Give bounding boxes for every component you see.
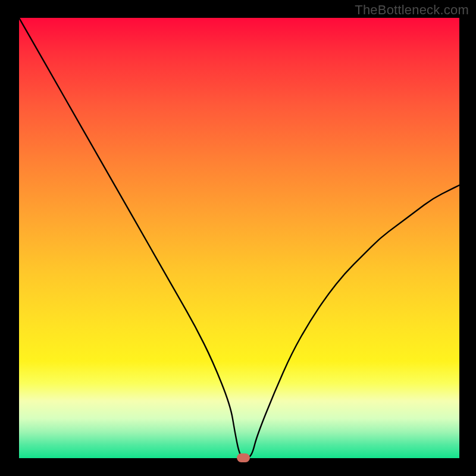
watermark-text: TheBottleneck.com (355, 2, 469, 18)
bottleneck-curve (19, 18, 459, 458)
chart-container: TheBottleneck.com (0, 0, 476, 476)
optimal-point-marker (237, 453, 250, 462)
